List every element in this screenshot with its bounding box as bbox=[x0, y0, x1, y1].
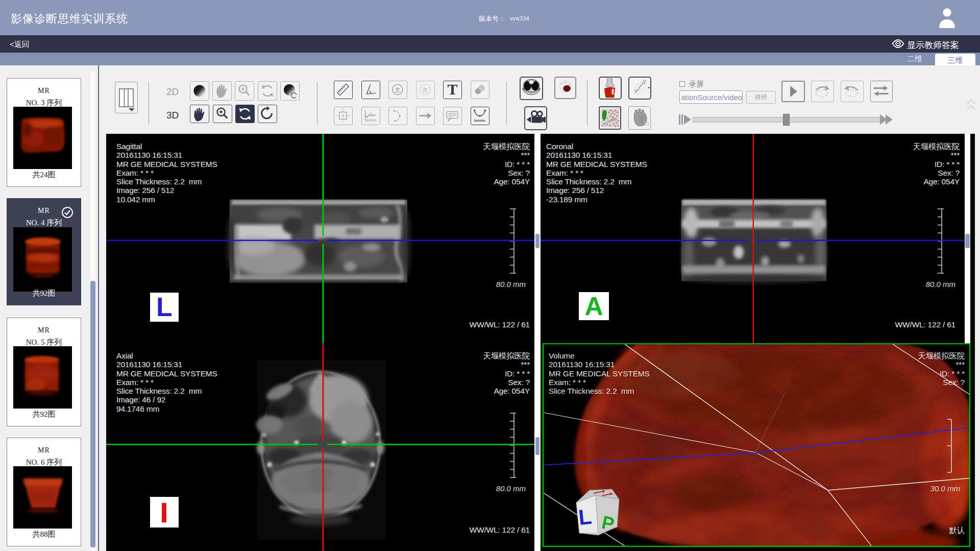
svg-text:次: 次 bbox=[422, 87, 428, 93]
svg-text:L: L bbox=[577, 505, 593, 530]
svg-text:D: D bbox=[645, 120, 649, 127]
svg-text:主: 主 bbox=[395, 87, 400, 93]
